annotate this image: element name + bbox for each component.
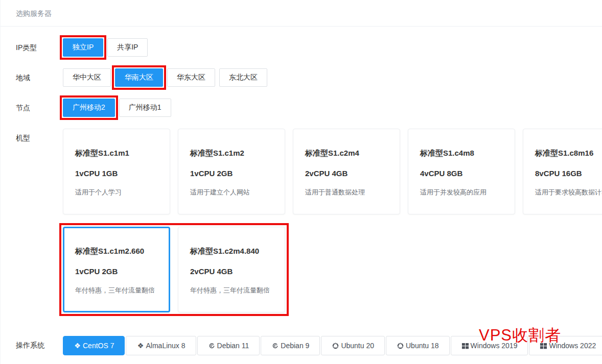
panel-header: 选购服务器 <box>1 0 602 27</box>
region-option-huazhong[interactable]: 华中大区 <box>63 68 111 87</box>
os-option-windows2022[interactable]: Windows 2022 <box>529 336 602 355</box>
os-option-centos7[interactable]: ❖ CentOS 7 <box>63 336 125 355</box>
region-options: 华中大区 华南大区 华东大区 东北大区 <box>63 68 267 87</box>
annotation-box-region: 华南大区 <box>112 65 166 90</box>
centos-icon: ❖ <box>74 342 81 350</box>
os-option-ubuntu18[interactable]: Ubuntu 18 <box>386 336 450 355</box>
machine-row: 机型 标准型S1.c1m1 1vCPU 1GB 适用于个人学习 标准型S1.c1… <box>16 129 602 312</box>
ip-type-options: 独立IP 共享IP <box>63 38 148 57</box>
card-title: 标准型S1.c1m2.660 <box>75 247 158 256</box>
card-spec: 1vCPU 2GB <box>75 267 158 276</box>
region-option-huanan[interactable]: 华南大区 <box>115 68 163 87</box>
machine-card-s1c4m8[interactable]: 标准型S1.c4m8 4vCPU 8GB 适用于并发较高的应用 <box>408 129 515 214</box>
os-option-label: Debian 11 <box>217 342 249 350</box>
node-options: 广州移动2 广州移动1 <box>63 99 171 117</box>
os-option-label: AlmaLinux 8 <box>146 342 185 350</box>
region-option-huadong[interactable]: 华东大区 <box>167 68 215 87</box>
ip-type-row: IP类型 独立IP 共享IP <box>16 38 602 57</box>
card-title: 标准型S1.c1m2 <box>190 149 273 158</box>
page-title: 选购服务器 <box>16 9 52 17</box>
ubuntu-icon <box>397 342 404 350</box>
server-purchase-panel: 选购服务器 IP类型 独立IP 共享IP 地域 华中大区 华南大区 华东大区 东… <box>0 0 602 364</box>
os-option-label: Windows 2022 <box>549 342 596 350</box>
os-option-debian9[interactable]: Debian 9 <box>261 336 320 355</box>
region-option-dongbei[interactable]: 东北大区 <box>219 68 267 87</box>
windows-icon <box>540 342 547 350</box>
card-spec: 8vCPU 16GB <box>535 169 602 178</box>
card-desc: 年付特惠，三年付流量翻倍 <box>190 286 273 295</box>
card-desc: 适用于普通数据处理 <box>305 188 388 197</box>
os-option-almalinux8[interactable]: ❖ AlmaLinux 8 <box>126 336 196 355</box>
machine-card-s1c8m16[interactable]: 标准型S1.c8m16 8vCPU 16GB 适用于要求较高数据计算 <box>523 129 602 214</box>
os-option-label: Windows 2019 <box>471 342 518 350</box>
annotation-box-ip: 独立IP <box>60 35 106 60</box>
machine-card-s1c1m1[interactable]: 标准型S1.c1m1 1vCPU 1GB 适用于个人学习 <box>63 129 170 214</box>
almalinux-icon: ❖ <box>136 342 144 350</box>
card-title: 标准型S1.c8m16 <box>535 149 602 158</box>
os-options: ❖ CentOS 7 ❖ AlmaLinux 8 Debian 11 <box>63 336 602 355</box>
debian-icon <box>271 342 279 350</box>
machine-card-s1c1m2-660[interactable]: 标准型S1.c1m2.660 1vCPU 2GB 年付特惠，三年付流量翻倍 <box>63 227 170 312</box>
card-spec: 1vCPU 1GB <box>75 169 158 178</box>
os-option-windows2019[interactable]: Windows 2019 <box>451 336 528 355</box>
annotation-box-node: 广州移动2 <box>60 95 118 120</box>
ip-type-label: IP类型 <box>16 38 63 53</box>
os-option-label: CentOS 7 <box>83 342 114 350</box>
card-spec: 2vCPU 4GB <box>190 267 273 276</box>
card-title: 标准型S1.c2m4 <box>305 149 388 158</box>
machine-card-s1c2m4[interactable]: 标准型S1.c2m4 2vCPU 4GB 适用于普通数据处理 <box>293 129 400 214</box>
card-spec: 4vCPU 8GB <box>420 169 503 178</box>
windows-icon <box>461 342 469 350</box>
os-row: 操作系统 ❖ CentOS 7 ❖ AlmaLinux 8 Debian 11 <box>16 336 602 355</box>
os-option-debian11[interactable]: Debian 11 <box>197 336 260 355</box>
card-desc: 适用于个人学习 <box>75 188 158 197</box>
os-option-label: Ubuntu 20 <box>341 342 374 350</box>
machine-card-s1c2m4-840[interactable]: 标准型S1.c2m4.840 2vCPU 4GB 年付特惠，三年付流量翻倍 <box>178 227 285 312</box>
region-label: 地域 <box>16 68 63 83</box>
card-desc: 适用于并发较高的应用 <box>420 188 503 197</box>
node-row: 节点 广州移动2 广州移动1 <box>16 99 602 117</box>
card-title: 标准型S1.c1m1 <box>75 149 158 158</box>
machine-cards-row1: 标准型S1.c1m1 1vCPU 1GB 适用于个人学习 标准型S1.c1m2 … <box>63 129 602 214</box>
machine-label: 机型 <box>16 129 63 143</box>
machine-cards: 标准型S1.c1m1 1vCPU 1GB 适用于个人学习 标准型S1.c1m2 … <box>63 129 602 312</box>
panel-body: IP类型 独立IP 共享IP 地域 华中大区 华南大区 华东大区 东北大区 节点… <box>1 27 602 355</box>
debian-icon <box>208 342 216 350</box>
card-spec: 1vCPU 2GB <box>190 169 273 178</box>
card-title: 标准型S1.c2m4.840 <box>190 247 273 256</box>
ip-option-dedicated[interactable]: 独立IP <box>63 38 103 57</box>
os-option-ubuntu20[interactable]: Ubuntu 20 <box>321 336 385 355</box>
ubuntu-icon <box>332 342 339 350</box>
os-label: 操作系统 <box>16 336 63 350</box>
card-title: 标准型S1.c4m8 <box>420 149 503 158</box>
card-desc: 适用于建立个人网站 <box>190 188 273 197</box>
node-option-gzmobile1[interactable]: 广州移动1 <box>119 99 171 117</box>
os-option-label: Debian 9 <box>281 342 309 350</box>
node-label: 节点 <box>16 99 63 113</box>
os-option-label: Ubuntu 18 <box>406 342 439 350</box>
node-option-gzmobile2[interactable]: 广州移动2 <box>63 99 115 117</box>
card-desc: 适用于要求较高数据计算 <box>535 188 602 197</box>
annotation-box-machine: 标准型S1.c1m2.660 1vCPU 2GB 年付特惠，三年付流量翻倍 标准… <box>59 223 289 316</box>
ip-option-shared[interactable]: 共享IP <box>107 38 148 57</box>
machine-card-s1c1m2[interactable]: 标准型S1.c1m2 1vCPU 2GB 适用于建立个人网站 <box>178 129 285 214</box>
region-row: 地域 华中大区 华南大区 华东大区 东北大区 <box>16 68 602 87</box>
card-spec: 2vCPU 4GB <box>305 169 388 178</box>
card-desc: 年付特惠，三年付流量翻倍 <box>75 286 158 295</box>
